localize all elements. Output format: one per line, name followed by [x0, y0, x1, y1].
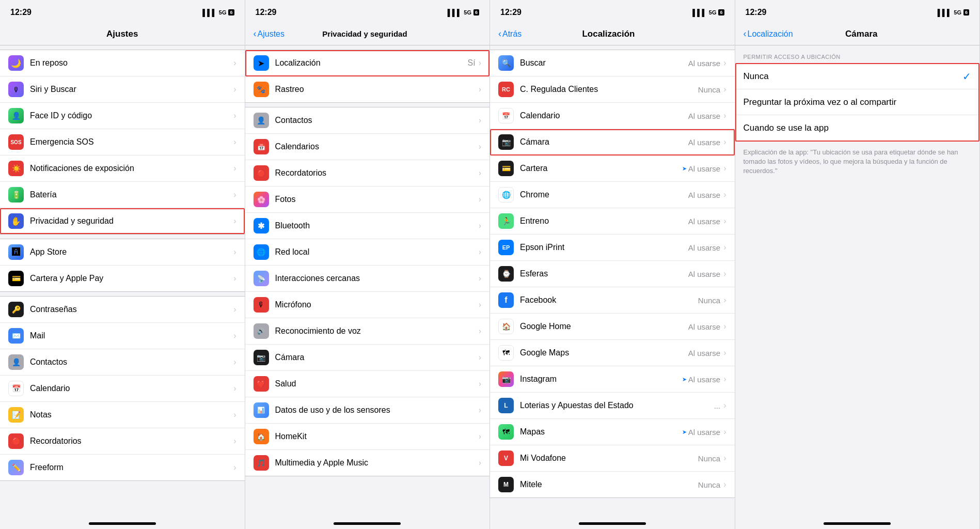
nav-title-1: Ajustes: [8, 29, 236, 39]
label-sos: Emergencia SOS: [30, 137, 233, 147]
row-p-recordatorios[interactable]: 🔴 Recordatorios ›: [245, 160, 490, 186]
app-row-facebook[interactable]: f Facebook Nunca ›: [490, 287, 735, 314]
app-row-camara[interactable]: 📷 Cámara Al usarse ›: [490, 129, 735, 155]
app-row-calendario[interactable]: 📅 Calendario Al usarse ›: [490, 103, 735, 129]
icon-enreposo: 🌙: [8, 55, 24, 71]
app-row-cregulada[interactable]: RC C. Regulada Clientes Nunca ›: [490, 76, 735, 103]
app-row-mivodafone[interactable]: V Mi Vodafone Nunca ›: [490, 445, 735, 472]
app-row-chrome[interactable]: 🌐 Chrome Al usarse ›: [490, 182, 735, 208]
icon-p-microfono: 🎙: [254, 297, 269, 313]
app-chevron-googlemaps: ›: [723, 348, 726, 357]
row-appstore[interactable]: 🅰 App Store ›: [0, 239, 245, 266]
app-row-loterias[interactable]: L Loterias y Apuestas del Estado ... ›: [490, 393, 735, 419]
app-row-cartera[interactable]: 💳 Cartera ➤ Al usarse ›: [490, 155, 735, 182]
row-p-redlocal[interactable]: 🌐 Red local ›: [245, 239, 490, 266]
app-label-esferas: Esferas: [520, 269, 688, 278]
row-p-bluetooth[interactable]: ✱ Bluetooth ›: [245, 213, 490, 239]
settings-group-3: 🔑 Contraseñas › ✉️ Mail › 👤 Contactos › …: [0, 296, 245, 481]
status-time-3: 12:29: [500, 8, 521, 17]
label-faceid: Face ID y código: [30, 111, 233, 120]
label-p-bluetooth: Bluetooth: [275, 221, 479, 230]
app-icon-calendario: 📅: [498, 108, 514, 123]
row-p-contactos[interactable]: 👤 Contactos ›: [245, 107, 490, 134]
nav-title-4: Cámara: [793, 29, 930, 39]
nav-back-3[interactable]: ‹ Atrás: [498, 28, 521, 39]
row-mail[interactable]: ✉️ Mail ›: [0, 323, 245, 349]
option-preguntar[interactable]: Preguntar la próxima vez o al compartir: [735, 89, 980, 115]
option-cuando[interactable]: Cuando se use la app: [735, 115, 980, 141]
signal-icon-3: ▌▌▌: [692, 9, 707, 17]
icon-p-fotos: 🌸: [254, 192, 269, 207]
label-localizacion: Localización: [275, 58, 468, 68]
row-reminders[interactable]: 🔴 Recordatorios ›: [0, 428, 245, 455]
app-access-loterias: ...: [714, 401, 721, 410]
app-row-buscar[interactable]: 🔍 Buscar Al usarse ›: [490, 50, 735, 76]
app-row-mapas[interactable]: 🗺 Mapas ➤ Al usarse ›: [490, 419, 735, 445]
status-bar-4: 12:29 ▌▌▌ 5G 6: [735, 0, 980, 23]
app-row-esferas[interactable]: ⌚ Esferas Al usarse ›: [490, 261, 735, 287]
app-row-googlehome[interactable]: 🏠 Google Home Al usarse ›: [490, 314, 735, 340]
row-notes[interactable]: 📝 Notas ›: [0, 402, 245, 428]
row-wallet[interactable]: 💳 Cartera y Apple Pay ›: [0, 266, 245, 291]
localizacion-scroll[interactable]: 🔍 Buscar Al usarse › RC C. Regulada Clie…: [490, 45, 735, 519]
row-p-fotos[interactable]: 🌸 Fotos ›: [245, 186, 490, 213]
row-p-camara[interactable]: 📷 Cámara ›: [245, 345, 490, 371]
row-p-interacciones[interactable]: 📡 Interacciones cercanas ›: [245, 266, 490, 292]
label-p-salud: Salud: [275, 379, 479, 388]
app-label-facebook: Facebook: [520, 295, 698, 305]
settings-group-2: 🅰 App Store › 💳 Cartera y Apple Pay ›: [0, 239, 245, 292]
label-p-contactos: Contactos: [275, 116, 479, 125]
row-calendar[interactable]: 📅 Calendario ›: [0, 376, 245, 402]
check-nunca: ✓: [962, 70, 971, 83]
label-appstore: App Store: [30, 247, 233, 257]
nav-back-label-3: Atrás: [502, 29, 521, 39]
battery-badge-4: 6: [963, 9, 969, 15]
option-nunca-label: Nunca: [744, 71, 963, 82]
nav-back-label-4: Localización: [748, 29, 793, 39]
app-row-instagram[interactable]: 📷 Instagram ➤ Al usarse ›: [490, 366, 735, 393]
label-p-calendarios: Calendarios: [275, 142, 479, 151]
app-label-mivodafone: Mi Vodafone: [520, 454, 698, 463]
camara-scroll[interactable]: PERMITIR ACCESO A UBICACIÓN Nunca ✓ Preg…: [735, 45, 980, 519]
row-rastreo[interactable]: 🐾 Rastreo ›: [245, 76, 490, 102]
row-enreposo[interactable]: 🌙 En reposo ›: [0, 50, 245, 76]
app-icon-cregulada: RC: [498, 82, 514, 97]
row-battery[interactable]: 🔋 Batería ›: [0, 182, 245, 208]
app-row-epson[interactable]: EP Epson iPrint Al usarse ›: [490, 235, 735, 261]
row-localizacion[interactable]: ➤ Localización Sí ›: [245, 50, 490, 76]
row-p-microfono[interactable]: 🎙 Micrófono ›: [245, 292, 490, 318]
label-p-camara: Cámara: [275, 353, 479, 362]
nav-back-label-2: Ajustes: [258, 29, 284, 39]
row-siri[interactable]: 🎙 Siri y Buscar ›: [0, 76, 245, 103]
row-p-homekit[interactable]: 🏠 HomeKit ›: [245, 424, 490, 450]
chevron-rastreo: ›: [479, 85, 481, 94]
chevron-p-camara: ›: [479, 353, 481, 362]
nav-back-2[interactable]: ‹ Ajustes: [254, 28, 284, 39]
row-faceid[interactable]: 👤 Face ID y código ›: [0, 103, 245, 129]
icon-p-calendarios: 📅: [254, 139, 269, 154]
row-p-calendarios[interactable]: 📅 Calendarios ›: [245, 134, 490, 160]
row-passwords[interactable]: 🔑 Contraseñas ›: [0, 297, 245, 323]
ajustes-scroll[interactable]: 🌙 En reposo › 🎙 Siri y Buscar › 👤 Face I…: [0, 45, 245, 519]
privacidad-scroll[interactable]: ➤ Localización Sí › 🐾 Rastreo › 👤 Contac…: [245, 45, 490, 519]
option-nunca[interactable]: Nunca ✓: [735, 64, 980, 89]
row-p-multimedia[interactable]: 🎵 Multimedia y Apple Music ›: [245, 450, 490, 476]
app-row-entreno[interactable]: 🏃 Entreno Al usarse ›: [490, 208, 735, 235]
row-p-datos[interactable]: 📊 Datos de uso y de los sensores ›: [245, 397, 490, 424]
chevron-mail: ›: [233, 331, 236, 340]
row-freeform[interactable]: ✏️ Freeform ›: [0, 455, 245, 480]
row-contacts[interactable]: 👤 Contactos ›: [0, 349, 245, 376]
row-exposure[interactable]: ☀️ Notificaciones de exposición ›: [0, 155, 245, 182]
row-privacy[interactable]: ✋ Privacidad y seguridad ›: [0, 208, 245, 234]
app-chevron-facebook: ›: [723, 295, 726, 305]
app-row-mitele[interactable]: M Mitele Nunca ›: [490, 472, 735, 497]
nav-back-4[interactable]: ‹ Localización: [744, 28, 793, 39]
icon-p-camara: 📷: [254, 350, 269, 365]
chevron-battery: ›: [233, 190, 236, 199]
row-p-reconocimiento[interactable]: 🔊 Reconocimiento de voz ›: [245, 318, 490, 345]
status-icons-3: ▌▌▌ 5G 6: [692, 9, 724, 17]
app-row-googlemaps[interactable]: 🗺 Google Maps Al usarse ›: [490, 340, 735, 366]
row-sos[interactable]: SOS Emergencia SOS ›: [0, 129, 245, 155]
row-p-salud[interactable]: ❤️ Salud ›: [245, 371, 490, 397]
app-icon-epson: EP: [498, 240, 514, 255]
